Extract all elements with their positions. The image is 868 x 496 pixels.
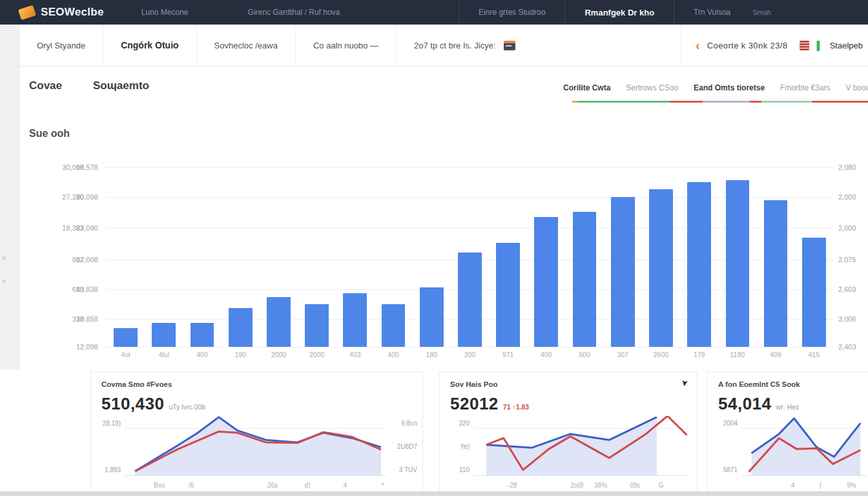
toolbar-item-3[interactable]: Sovhecloc /eawa: [197, 25, 296, 66]
logo[interactable]: SEOWeclbe: [19, 6, 104, 19]
bar[interactable]: [267, 297, 291, 347]
y-tick-label: 12,008: [76, 256, 98, 264]
metric-card-2: Sov Hais Poo 52012 71 ↑1.83 ➤ 320Ye)110-…: [439, 371, 698, 492]
bar[interactable]: [573, 212, 597, 347]
export-icon[interactable]: [800, 41, 809, 50]
x-tick-label: 179: [680, 351, 718, 358]
mini-line-chart-1: 28,19)1,8936:8cn2U8D73 TUVBos/626sd)4*: [91, 412, 422, 491]
calendar-icon[interactable]: [504, 41, 515, 50]
legend-item[interactable]: V boour: [845, 83, 868, 92]
bar[interactable]: [611, 197, 635, 347]
bar[interactable]: [114, 328, 138, 347]
x-tick-label: 4lul: [145, 351, 183, 358]
x-tick-label: 2o(8: [570, 482, 583, 489]
legend-color-bar: [572, 101, 868, 103]
bar[interactable]: [152, 323, 176, 347]
legend-item[interactable]: Eand Omts tioretse: [694, 83, 765, 92]
bar[interactable]: [458, 253, 482, 347]
topnav-item-2[interactable]: Girenc Gardthal / Ruf hova: [248, 8, 340, 17]
bar-slot: [183, 161, 221, 347]
grid-line: [107, 347, 833, 347]
x-tick-label: 09c: [630, 482, 640, 489]
cursor-icon[interactable]: ➤: [679, 379, 690, 388]
bar-slot: [145, 161, 183, 347]
x-tick-label: |: [820, 482, 822, 489]
toolbar-item-4[interactable]: Co aaln nuobo —: [296, 25, 397, 66]
y-tick-label: 320: [444, 420, 470, 427]
topnav-item-1[interactable]: Luno Mecone: [141, 8, 189, 17]
topnav-item-3[interactable]: Einre grtes Studroo: [479, 8, 545, 17]
tab-1[interactable]: Covae: [29, 79, 62, 92]
x-tick-label: 180: [413, 351, 451, 358]
bar[interactable]: [382, 304, 406, 347]
x-tick-label: 415: [795, 351, 833, 358]
bar[interactable]: [343, 293, 367, 347]
bar[interactable]: [687, 182, 711, 347]
toolbar-right: ‹ Coeorte k 30nk 23/8 ▌ Staelpeb: [681, 25, 863, 66]
y-tick-label: 1,893: [95, 466, 121, 473]
footer-bar[interactable]: [0, 491, 868, 496]
toolbar-item-5[interactable]: 2o7 tp ct bre Is. Jicye:: [397, 25, 532, 66]
legend-bar-segment: [761, 101, 812, 103]
x-tick-label: G: [659, 482, 664, 489]
x-tick-label: 190: [222, 351, 260, 358]
card-value: 52012: [450, 394, 499, 414]
compare-label[interactable]: Staelpeb: [830, 41, 863, 50]
bar[interactable]: [305, 304, 329, 347]
mini-line-chart-2: 320Ye)110-282o(838%09cG: [440, 412, 697, 491]
y-tick-label: 6:8cn: [402, 420, 417, 427]
bar-slot: [336, 161, 374, 347]
left-sidebar[interactable]: o o: [0, 25, 19, 369]
back-chevron-icon[interactable]: ‹: [696, 39, 700, 52]
y-tick-label: 10,838: [76, 285, 98, 293]
bar-slot: [260, 161, 298, 347]
topnav-item-4-active[interactable]: Rmanfgek Dr kho: [584, 8, 654, 17]
bar-slot: [489, 161, 527, 347]
bar-slot: [107, 161, 145, 347]
bar[interactable]: [726, 180, 750, 347]
bar-slot: [451, 161, 489, 347]
card-title: Covma Smo #Fvoes: [101, 380, 172, 388]
bar[interactable]: [420, 287, 444, 347]
topnav-item-5[interactable]: Trn Vulsoa: [694, 8, 730, 17]
bar[interactable]: [802, 238, 826, 347]
bar-chart-xlabels: 4ol4lul400190200020004034001802009714005…: [107, 351, 833, 358]
topnav-right: Einre grtes Studroo Rmanfgek Dr kho Trn …: [459, 0, 868, 25]
card-title: A fon Eoemlnt C5 Sook: [718, 380, 800, 388]
x-tick-label: 4: [791, 482, 795, 489]
bar[interactable]: [649, 189, 673, 347]
bar-slot: [604, 161, 642, 347]
main-chart-card: Covae Soɰaemto Corilite CwtaSertrows CSo…: [19, 67, 868, 369]
x-tick-label: 4: [343, 482, 347, 489]
x-tick-label: 38%: [594, 482, 607, 489]
chart-title: Sue ooh: [29, 128, 70, 140]
legend-item[interactable]: Sertrows CSoo: [626, 83, 678, 92]
x-tick-label: 971: [489, 351, 527, 358]
date-range[interactable]: Coeorte k 30nk 23/8: [707, 41, 788, 50]
y-tick-label: 5871: [712, 466, 738, 473]
x-tick-label: -28: [508, 482, 517, 489]
x-tick-label: 200: [451, 351, 489, 358]
y-tick-label: 2,075: [838, 256, 856, 264]
app-root: SEOWeclbe Luno Mecone Girenc Gardthal / …: [0, 0, 868, 496]
bar-slot: [718, 161, 756, 347]
legend-item[interactable]: Corilite Cwta: [563, 83, 610, 92]
legend-item[interactable]: Fmorble €3ars: [780, 83, 830, 92]
topnav-item-6[interactable]: Smah: [752, 8, 771, 16]
toolbar-item-1[interactable]: Oryl Styande: [19, 25, 103, 66]
topnav: Luno Mecone Girenc Gardthal / Ruf hova: [141, 8, 340, 17]
bar[interactable]: [496, 243, 520, 347]
y-tick-label: 18,578: [76, 163, 98, 171]
tabs: Covae Soɰaemto: [29, 79, 149, 92]
y-tick-label: 110: [444, 466, 470, 473]
legend-bar-segment: [703, 101, 750, 103]
y-tick-label: 28,19): [95, 420, 121, 427]
bar[interactable]: [191, 323, 214, 347]
x-tick-label: d): [304, 482, 310, 489]
bar[interactable]: [764, 200, 788, 347]
tab-2[interactable]: Soɰaemto: [93, 79, 149, 92]
bar[interactable]: [229, 308, 253, 347]
bar[interactable]: [534, 217, 558, 347]
toolbar-item-2[interactable]: Cngórk Otuio: [103, 25, 196, 66]
x-tick-label: Bos: [154, 482, 165, 489]
